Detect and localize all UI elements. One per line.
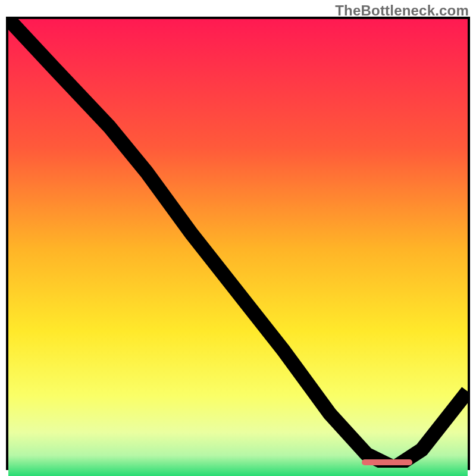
plot-frame <box>6 17 470 470</box>
optimal-range-marker <box>362 459 412 465</box>
chart-stage: TheBottleneck.com <box>0 0 476 476</box>
bottleneck-curve <box>8 19 468 468</box>
